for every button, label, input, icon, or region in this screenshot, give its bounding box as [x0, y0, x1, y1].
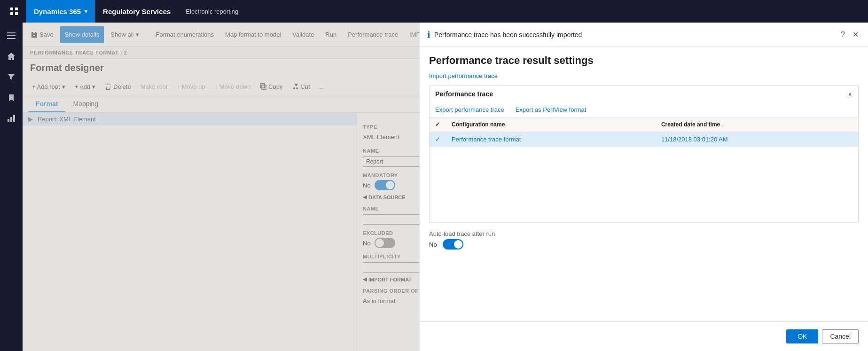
svg-rect-0	[10, 8, 13, 10]
performance-trace-section: Performance trace ∧ Export performance t…	[429, 85, 859, 223]
check-column-header: ✓	[430, 117, 446, 132]
section-title: Performance trace	[435, 90, 844, 98]
help-icon[interactable]: ?	[839, 29, 847, 41]
modal-overlay	[23, 23, 419, 351]
auto-load-section: Auto-load trace after run No	[420, 223, 868, 257]
section-header[interactable]: Performance trace ∧	[430, 86, 858, 102]
regulatory-services-nav: Regulatory Services	[95, 0, 178, 23]
created-date-column-header[interactable]: Created date and time ↓	[656, 117, 858, 132]
svg-rect-2	[10, 12, 13, 15]
top-navigation: Dynamics 365 ▾ Regulatory Services Elect…	[0, 0, 868, 23]
electronic-reporting-nav: Electronic reporting	[178, 0, 246, 23]
bookmark-icon[interactable]	[2, 88, 21, 107]
svg-rect-7	[8, 119, 9, 122]
row-created-date: 11/18/2018 03:01:20 AM	[656, 132, 858, 147]
svg-rect-5	[7, 35, 16, 36]
cancel-button[interactable]: Cancel	[822, 329, 859, 343]
table-empty-space	[430, 147, 858, 222]
trace-table: ✓ Configuration name Created date and ti…	[430, 117, 858, 147]
grid-icon[interactable]	[6, 3, 23, 20]
svg-rect-3	[15, 12, 18, 15]
info-icon: ℹ	[427, 30, 430, 40]
auto-load-value-row: No	[429, 239, 859, 250]
sort-indicator: ↓	[722, 122, 724, 127]
svg-rect-9	[13, 115, 15, 122]
import-performance-trace-link[interactable]: Import performance trace	[420, 70, 868, 85]
dynamics365-label: Dynamics 365	[34, 8, 81, 16]
row-config-name: Performance trace format	[446, 132, 656, 147]
export-perfview-link[interactable]: Export as PerfView format	[516, 106, 586, 113]
filter-icon[interactable]	[2, 68, 21, 86]
config-name-column-header[interactable]: Configuration name	[446, 117, 656, 132]
dynamics365-chevron: ▾	[85, 8, 87, 15]
chart-icon[interactable]	[2, 109, 21, 128]
auto-load-toggle[interactable]	[443, 239, 463, 250]
menu-icon[interactable]	[2, 26, 21, 45]
left-sidebar	[0, 23, 23, 351]
links-row: Export performance trace Export as PerfV…	[430, 102, 858, 117]
svg-rect-8	[10, 117, 12, 122]
auto-load-value: No	[429, 241, 437, 248]
export-performance-trace-link[interactable]: Export performance trace	[435, 106, 504, 113]
auto-load-toggle-thumb	[454, 240, 462, 249]
auto-load-label: Auto-load trace after run	[429, 230, 859, 237]
right-panel: ℹ Performance trace has been successfull…	[419, 23, 868, 351]
panel-footer: OK Cancel	[420, 321, 868, 351]
dynamics365-nav[interactable]: Dynamics 365 ▾	[26, 0, 95, 23]
row-check: ✓	[430, 132, 446, 147]
svg-rect-1	[15, 8, 18, 10]
home-icon[interactable]	[2, 47, 21, 66]
svg-rect-4	[7, 32, 16, 33]
panel-title: Performance trace result settings	[420, 47, 868, 70]
svg-rect-6	[7, 38, 16, 39]
ok-button[interactable]: OK	[786, 329, 818, 343]
close-notification-button[interactable]: ✕	[851, 28, 860, 41]
notification-text: Performance trace has been successfully …	[434, 31, 835, 39]
notification-bar: ℹ Performance trace has been successfull…	[420, 23, 868, 47]
table-row[interactable]: ✓ Performance trace format 11/18/2018 03…	[430, 132, 858, 147]
section-chevron-icon: ∧	[848, 91, 852, 98]
